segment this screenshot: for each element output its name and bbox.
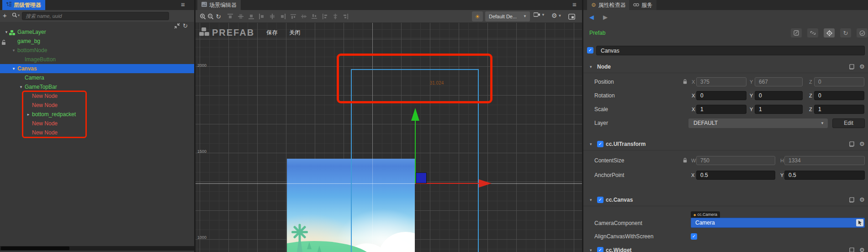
- aligncanvas-checkbox[interactable]: ✓: [691, 233, 697, 240]
- align-right-icon[interactable]: [278, 12, 287, 21]
- history-forward-icon[interactable]: ▶: [603, 14, 608, 21]
- tree-row-gamelayer[interactable]: ▾ GameLayer: [0, 27, 194, 37]
- tree-row-new-node-3[interactable]: New Node: [0, 119, 194, 128]
- camera-component-field[interactable]: Camera: [691, 218, 865, 228]
- distribute-top-icon[interactable]: [289, 12, 298, 21]
- section-header-widget[interactable]: ▾ ✓ cc.Widget ⚙: [583, 245, 868, 252]
- scale-y-input[interactable]: [755, 105, 803, 114]
- distribute-bottom-icon[interactable]: [310, 12, 319, 21]
- component-enabled-checkbox[interactable]: ✓: [597, 197, 603, 203]
- search-filter-dropdown[interactable]: ▾: [12, 12, 20, 18]
- hierarchy-hscrollbar[interactable]: [0, 246, 194, 251]
- rotation-y-input[interactable]: [755, 91, 803, 100]
- align-left-icon[interactable]: [257, 12, 266, 21]
- camera-view-dropdown[interactable]: ▼: [534, 12, 545, 17]
- prefab-unlink-button[interactable]: [807, 28, 818, 38]
- add-node-button[interactable]: +: [3, 11, 7, 19]
- tree-row-bottom-redpacket[interactable]: ▸ bottom_redpacket: [0, 110, 194, 119]
- tree-row-new-node-1[interactable]: New Node: [0, 91, 194, 101]
- scale-z-input[interactable]: [814, 105, 864, 114]
- tab-inspector[interactable]: ⚙ 属性检查器: [587, 0, 630, 10]
- tab-scene-editor[interactable]: 场景编辑器: [197, 0, 241, 10]
- lock-icon[interactable]: [683, 158, 687, 164]
- align-middle-icon[interactable]: [236, 12, 245, 21]
- gear-icon[interactable]: ⚙: [859, 247, 865, 252]
- tree-row-camera[interactable]: Camera: [0, 73, 194, 82]
- hscrollbar-thumb[interactable]: [1, 247, 69, 250]
- gear-icon[interactable]: ⚙: [859, 140, 865, 147]
- tab-hierarchy[interactable]: 层级管理器: [2, 0, 45, 10]
- distribute-right-icon[interactable]: [341, 12, 350, 21]
- save-button[interactable]: 保存: [266, 29, 277, 37]
- prefab-apply-button[interactable]: [857, 28, 868, 38]
- rotation-z-input[interactable]: [814, 91, 864, 100]
- prefab-edit-button[interactable]: [791, 28, 802, 38]
- reset-view-icon[interactable]: ↻: [214, 12, 223, 21]
- node-name-input[interactable]: [596, 46, 865, 55]
- tree-row-bottomnode[interactable]: ▾ bottomNode: [0, 46, 194, 55]
- distribute-middle-icon[interactable]: [299, 12, 308, 21]
- gizmo-mode-dropdown[interactable]: Default De... ▼: [485, 11, 530, 21]
- scene-menu-icon[interactable]: ≡: [572, 0, 577, 8]
- axis-x-label: X: [692, 79, 695, 85]
- contentsize-w-input[interactable]: [696, 156, 775, 165]
- tree-row-gametopbar[interactable]: ▾ GameTopBar: [0, 82, 194, 91]
- tree-row-new-node-4[interactable]: New Node: [0, 128, 194, 137]
- history-back-icon[interactable]: ◀: [589, 14, 594, 21]
- help-book-icon[interactable]: [849, 197, 855, 204]
- distribute-center-icon[interactable]: [331, 12, 340, 21]
- node-picker-icon[interactable]: [856, 219, 863, 226]
- component-enabled-checkbox[interactable]: ✓: [597, 247, 603, 252]
- caret-right-icon[interactable]: ▸: [26, 110, 31, 119]
- rotation-x-input[interactable]: [696, 91, 746, 100]
- help-book-icon[interactable]: [849, 141, 855, 149]
- fit-canvas-icon[interactable]: [567, 12, 576, 21]
- tree-row-imagebutton[interactable]: ImageButton: [0, 55, 194, 64]
- caret-down-icon[interactable]: ▾: [4, 27, 9, 37]
- caret-down-icon[interactable]: ▾: [18, 82, 24, 91]
- caret-down-icon[interactable]: ▾: [11, 46, 16, 55]
- component-enabled-checkbox[interactable]: ✓: [597, 141, 603, 147]
- distribute-left-icon[interactable]: [320, 12, 329, 21]
- anchorpoint-x-input[interactable]: [696, 171, 775, 180]
- gizmo-x-arrow-icon[interactable]: [479, 179, 492, 188]
- anchorpoint-y-input[interactable]: [784, 171, 865, 180]
- tree-row-new-node-2[interactable]: New Node: [0, 101, 194, 110]
- hierarchy-menu-icon[interactable]: ≡: [181, 0, 185, 8]
- layer-dropdown[interactable]: DEFAULT ▼: [688, 118, 828, 128]
- section-header-uitransform[interactable]: ▾ ✓ cc.UITransform ⚙: [583, 139, 868, 150]
- section-header-node[interactable]: ▾ Node ⚙: [583, 62, 868, 73]
- scene-viewport[interactable]: PREFAB 保存 关闭 2000 1500 1000: [196, 23, 582, 252]
- layer-edit-button[interactable]: Edit: [832, 118, 865, 128]
- help-book-icon[interactable]: [849, 64, 855, 71]
- prefab-revert-button[interactable]: ↻: [840, 28, 851, 38]
- tab-service[interactable]: 服务: [629, 0, 656, 10]
- tree-row-game-bg[interactable]: game_bg: [0, 37, 194, 46]
- search-input[interactable]: [22, 12, 169, 20]
- position-x-input[interactable]: [696, 77, 746, 86]
- close-button[interactable]: 关闭: [289, 29, 300, 37]
- align-top-icon[interactable]: [226, 12, 235, 21]
- scene-settings-dropdown[interactable]: ⚙ ▼: [551, 12, 561, 19]
- scale-x-input[interactable]: [696, 105, 746, 114]
- lock-icon[interactable]: [683, 79, 687, 86]
- link-icon: [633, 2, 639, 8]
- align-center-icon[interactable]: [268, 12, 277, 21]
- contentsize-h-input[interactable]: [784, 156, 865, 165]
- gizmo-y-arrow-icon[interactable]: [411, 108, 419, 121]
- position-z-input[interactable]: [814, 77, 864, 86]
- position-y-input[interactable]: [755, 77, 803, 86]
- tree-row-canvas[interactable]: ▾ Canvas: [0, 64, 194, 73]
- tab-inspector-label: 属性检查器: [598, 1, 626, 9]
- axis-z-label: Z: [809, 93, 812, 98]
- node-active-checkbox[interactable]: ✓: [587, 47, 593, 54]
- section-header-canvas[interactable]: ▾ ✓ cc.Canvas ⚙: [583, 195, 868, 206]
- prefab-locate-button[interactable]: [824, 28, 835, 38]
- gizmo-light-toggle[interactable]: ☀: [472, 11, 483, 21]
- caret-down-icon[interactable]: ▾: [11, 64, 16, 73]
- align-bottom-icon[interactable]: [247, 12, 256, 21]
- help-book-icon[interactable]: [849, 247, 855, 252]
- gear-icon[interactable]: ⚙: [859, 63, 865, 70]
- gizmo-xy-plane-handle[interactable]: [416, 172, 427, 183]
- gear-icon[interactable]: ⚙: [859, 196, 865, 203]
